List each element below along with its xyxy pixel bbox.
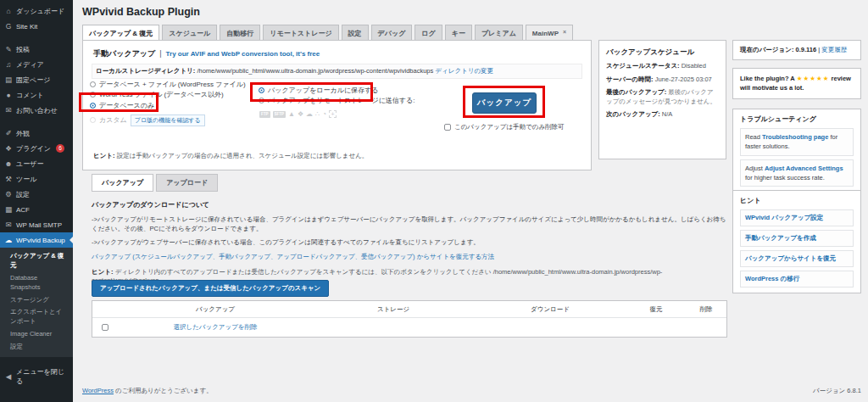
sidebar-item-tools[interactable]: ⚒ ツール [0, 171, 73, 187]
changelog-link[interactable]: 変更履歴 [821, 46, 847, 53]
cloud-icon: ☁ [4, 236, 13, 244]
gear-icon: ⚙ [4, 190, 13, 198]
tab-remote-storage[interactable]: リモートストレージ [263, 25, 338, 42]
radio-send-remote[interactable]: バックアップをリモートストレージに送信する: [259, 96, 415, 107]
sidebar-item-pages[interactable]: ▤ 固定ページ [0, 72, 73, 87]
troubleshooting-row: Adjust Adjust Advanced Settings for high… [740, 159, 854, 187]
column-header-backup: バックアップ [118, 305, 313, 314]
server-time-label: サーバーの時間: [606, 75, 654, 83]
radio-custom[interactable]: カスタム プロ版の機能を確認する [90, 115, 246, 126]
radio-icon [90, 92, 96, 98]
description-paragraph-1: ->バックアップがリモートストレージに保存されている場合、プラグインはまずウェブ… [92, 215, 729, 234]
close-icon[interactable]: × [563, 29, 566, 35]
sidebar-item-users[interactable]: ☻ ユーザー [0, 156, 73, 171]
five-star-rating-link[interactable]: ★★★★★ [797, 75, 830, 82]
submenu-item-settings[interactable]: 設定 [0, 341, 73, 354]
collapse-menu-button[interactable]: ◀ メニューを閉じる [0, 369, 73, 384]
sidebar-item-posts[interactable]: ✎ 投稿 [0, 42, 73, 57]
tab-auto-migration[interactable]: 自動移行 [220, 25, 260, 42]
checkbox-label: このバックアップは手動でのみ削除可 [454, 123, 565, 131]
submenu-item-image-cleaner[interactable]: Image Cleaner [0, 328, 73, 341]
footer-thanks-text: のご利用ありがとうございます。 [115, 387, 213, 394]
onedrive-icon[interactable]: ☁ [306, 110, 313, 118]
sidebar-item-label: ツール [16, 175, 36, 184]
collapse-menu-label: メニューを閉じる [16, 367, 69, 386]
pro-features-link[interactable]: プロ版の機能を確認する [131, 114, 205, 126]
radio-save-local[interactable]: バックアップをローカルに保存する [259, 85, 415, 96]
sidebar-item-acf[interactable]: ▦ ACF [0, 202, 73, 217]
sftp-icon[interactable]: SFTP [273, 111, 287, 118]
users-icon: ☻ [4, 159, 13, 168]
submenu-item-staging[interactable]: ステージング [0, 294, 73, 307]
radio-disabled-icon [90, 117, 96, 123]
troubleshooting-row: Read Troubleshooting page for faster sol… [740, 128, 854, 156]
amazon-s3-icon[interactable]: ∴ [315, 110, 320, 118]
tab-settings[interactable]: 設定 [342, 25, 369, 42]
dropbox-icon[interactable]: ❖ [298, 110, 303, 118]
sidebar-item-media[interactable]: ♫ メディア [0, 57, 73, 72]
tab-mainwp[interactable]: MainWP × [526, 25, 573, 42]
sidebar-item-contact[interactable]: ✉ お問い合わせ [0, 103, 73, 118]
radio-database-only[interactable]: データベースのみ [90, 100, 246, 111]
sidebar-item-comments[interactable]: ● コメント [0, 87, 73, 103]
digitalocean-icon[interactable]: ◔ [322, 110, 326, 118]
sidebar-item-dashboard[interactable]: ⌂ ダッシュボード [0, 3, 73, 19]
divider: | [818, 46, 820, 53]
sidebar-item-appearance[interactable]: ✐ 外観 [0, 126, 73, 141]
google-drive-icon[interactable]: ▲ [288, 110, 295, 118]
sidebar-item-sitekit[interactable]: G Site Kit [0, 19, 73, 34]
tab-key[interactable]: キー [445, 25, 472, 42]
sidebar-separator [0, 34, 73, 42]
ftp-icon[interactable]: FTP [259, 111, 270, 118]
manual-delete-only-option[interactable]: このバックアップは手動でのみ削除可 [444, 123, 565, 131]
submenu-item-database-snapshots[interactable]: Database Snapshots [0, 272, 73, 294]
radio-selected-icon [90, 103, 96, 109]
sidebar-item-label: コメント [16, 91, 44, 100]
troubleshooting-page-link[interactable]: Troubleshooting page [762, 133, 828, 141]
table-row: 選択したバックアップを削除 [92, 318, 726, 337]
sidebar-item-label: プラグイン [16, 144, 51, 154]
tab-logs[interactable]: ログ [415, 25, 442, 42]
sidebar-item-settings[interactable]: ⚙ 設定 [0, 187, 73, 202]
row-select-cell [92, 324, 118, 331]
delete-selected-backups-link[interactable]: 選択したバックアップを削除 [173, 323, 257, 331]
last-backup-label: 最後のバックアップ: [606, 88, 666, 96]
subtab-upload[interactable]: アップロード [156, 174, 218, 192]
admin-sidebar: ⌂ ダッシュボード G Site Kit ✎ 投稿 ♫ メディア ▤ 固定ページ… [0, 0, 73, 402]
restore-site-from-backup-link[interactable]: バックアップからサイトを復元 [745, 254, 836, 262]
radio-wordpress-files-only[interactable]: WordPress ファイル (データベース以外) [90, 90, 246, 101]
wordpress-migration-link[interactable]: WordPress の移行 [745, 275, 799, 282]
tab-debug[interactable]: デバッグ [371, 25, 413, 42]
local-storage-directory-bar: ローカルストレージディレクトリ: /home/www/public_html/w… [92, 64, 582, 79]
advanced-settings-link[interactable]: Adjust Advanced Settings [765, 165, 843, 172]
create-manual-backup-link[interactable]: 手動バックアップを作成 [745, 234, 816, 242]
tab-premium[interactable]: プレミアム [475, 25, 523, 42]
tab-backup-restore[interactable]: バックアップ & 復元 [82, 25, 159, 42]
radio-database-plus-files[interactable]: データベース + ファイル (WordPress ファイル) [90, 79, 246, 90]
wordpress-link[interactable]: WordPress [82, 387, 114, 394]
pages-icon: ▤ [4, 75, 13, 84]
current-version-label: 現在のバージョン: 0.9.116 [740, 46, 816, 53]
change-directory-link[interactable]: ディレクトリの変更 [435, 67, 493, 75]
sidebar-item-wpvivid-backup[interactable]: ☁ WPvivid Backup [0, 232, 73, 248]
sidebar-item-wp-mail-smtp[interactable]: ✉ WP Mail SMTP [0, 217, 73, 232]
restore-method-link[interactable]: バックアップ (スケジュールバックアップ、手動バックアップ、アップロードバックア… [92, 252, 729, 261]
backup-button[interactable]: バックアップ [472, 92, 537, 114]
tab-schedule[interactable]: スケジュール [162, 25, 217, 42]
hint-text: 設定は手動バックアップの場合のみに適用され、スケジュール設定には影響しません。 [117, 152, 369, 159]
submenu-item-backup-restore[interactable]: バックアップ & 復元 [0, 250, 73, 272]
subtab-backup[interactable]: バックアップ [92, 174, 153, 192]
hints-box: ヒント WPvivid バックアップ設定 手動バックアップを作成 バックアップか… [732, 190, 861, 293]
acf-icon: ▦ [4, 205, 13, 214]
wpvivid-backup-settings-link[interactable]: WPvivid バックアップ設定 [745, 214, 823, 221]
submenu-item-export-import[interactable]: エクスポートとインポート [0, 306, 73, 328]
next-backup-row: 次のバックアップ: N/A [606, 110, 719, 120]
sidebar-item-plugins[interactable]: ❖ プラグイン 6 [0, 141, 73, 156]
add-storage-icon[interactable]: + [329, 110, 337, 118]
select-backup-checkbox[interactable] [102, 324, 108, 331]
row-text-post: for higher task success rate. [745, 174, 825, 181]
backup-schedule-panel: バックアップスケジュール スケジュールステータス: Disabled サーバーの… [598, 40, 726, 159]
scan-uploaded-backups-button[interactable]: アップロードされたバックアップ、または受信したバックアップのスキャン [92, 280, 329, 297]
avif-webp-promo-link[interactable]: Try our AVIF and WebP conversion tool, i… [166, 50, 320, 58]
sidebar-item-label: ユーザー [16, 159, 43, 169]
